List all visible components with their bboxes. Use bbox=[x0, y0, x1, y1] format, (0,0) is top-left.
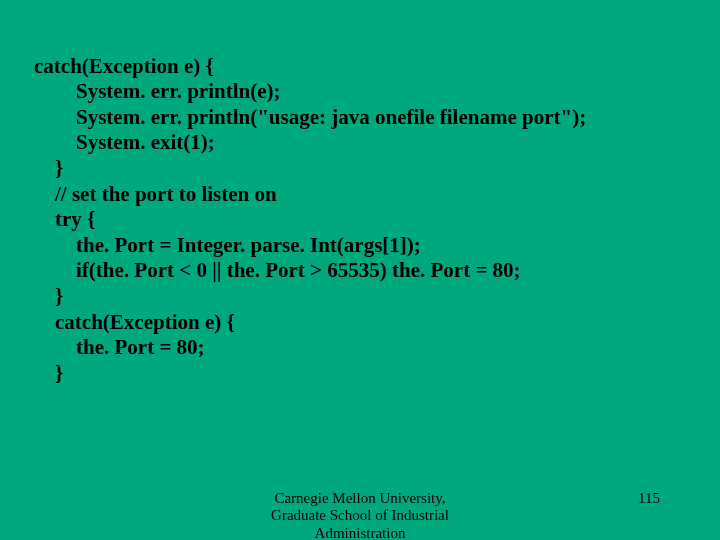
code-line: catch(Exception e) { bbox=[34, 310, 235, 334]
code-line: the. Port = Integer. parse. Int(args[1])… bbox=[34, 233, 421, 257]
page-number: 115 bbox=[638, 490, 660, 507]
code-line: if(the. Port < 0 || the. Port > 65535) t… bbox=[34, 258, 521, 282]
code-line: catch(Exception e) { bbox=[34, 54, 214, 78]
code-line: // set the port to listen on bbox=[34, 182, 277, 206]
code-line: the. Port = 80; bbox=[34, 335, 205, 359]
code-line: System. err. println("usage: java onefil… bbox=[34, 105, 586, 129]
code-block: catch(Exception e) { System. err. printl… bbox=[34, 28, 586, 387]
code-line: try { bbox=[34, 207, 95, 231]
code-line: } bbox=[34, 156, 63, 180]
code-line: } bbox=[34, 284, 63, 308]
footer-line2: Graduate School of Industrial bbox=[271, 507, 449, 523]
footer-institution: Carnegie Mellon University, Graduate Sch… bbox=[271, 490, 449, 540]
footer-line3: Administration bbox=[315, 525, 406, 541]
code-line: } bbox=[34, 361, 63, 385]
slide-footer: Carnegie Mellon University, Graduate Sch… bbox=[0, 490, 720, 540]
footer-line1: Carnegie Mellon University, bbox=[274, 490, 445, 506]
code-line: System. err. println(e); bbox=[34, 79, 281, 103]
code-line: System. exit(1); bbox=[34, 130, 215, 154]
